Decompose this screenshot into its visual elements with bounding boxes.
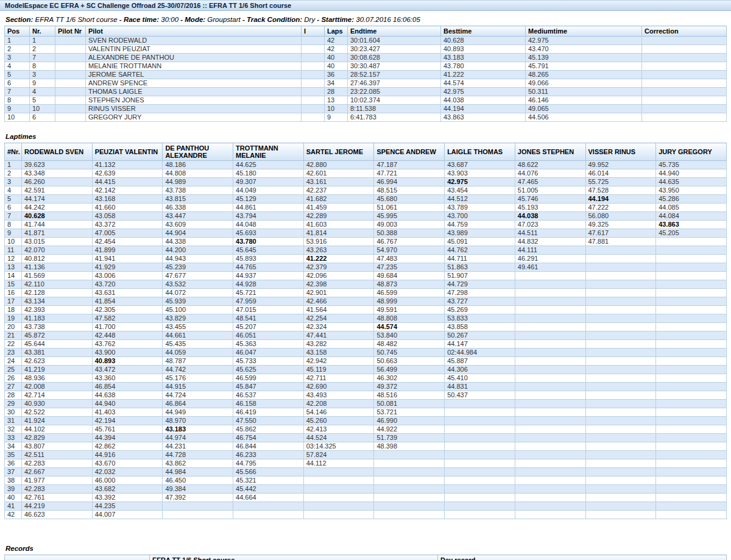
cell: 42.305: [92, 306, 163, 314]
cell: 43.670: [92, 459, 163, 468]
cell: [515, 340, 585, 349]
cell: 30:01.604: [348, 37, 441, 45]
cell: 41.132: [92, 161, 163, 169]
cell: 44.943: [163, 255, 233, 263]
cell: [585, 306, 656, 314]
laptimes-row: 2145.87242.44844.66146.05147.44153.84050…: [5, 331, 727, 340]
cell: 42.942: [303, 357, 374, 366]
cell: 42.601: [303, 169, 374, 178]
cell: [656, 391, 727, 400]
cell: 47.528: [585, 186, 656, 195]
laptimes-row: 644.24241.66046.33844.86141.45951.06143.…: [5, 204, 727, 212]
cell: 48.873: [374, 280, 445, 289]
cell: 44.861: [233, 204, 304, 212]
results-row: 37ALEXANDRE DE PANTHOU4030:08.62843.1834…: [5, 54, 727, 62]
cell: 51.005: [515, 186, 585, 195]
records-header-row: EFRA TT 1/6 Short courseDay record: [5, 555, 727, 560]
cell: [656, 280, 727, 289]
cell: 48.186: [163, 161, 233, 169]
cell: 57.824: [303, 451, 374, 459]
cell: GREGORY JURY: [86, 113, 302, 122]
cell: 45.100: [163, 306, 233, 314]
laptimes-row: 1142.07041.89944.20045.64543.26354.97044…: [5, 246, 727, 255]
cell: 51.863: [445, 263, 515, 272]
cell: 47.187: [374, 161, 445, 169]
cell: 24: [5, 357, 22, 366]
cell: 48.936: [22, 374, 93, 383]
cell: 47.721: [374, 169, 445, 178]
cell: 44.795: [233, 459, 304, 468]
cell: [642, 96, 727, 105]
cell: 2: [5, 45, 30, 54]
records-table: EFRA TT 1/6 Short courseDay record Bestt…: [4, 555, 727, 560]
laptimes-row: 1743.13441.85445.93947.95942.46648.99943…: [5, 297, 727, 306]
cell: 46.047: [233, 349, 304, 357]
cell: [515, 383, 585, 391]
cell: 44.231: [163, 442, 233, 451]
cell: 50.663: [374, 357, 445, 366]
cell: [233, 511, 304, 519]
cell: 12: [5, 255, 22, 263]
cell: 43.727: [445, 297, 515, 306]
cell: 45.193: [515, 204, 585, 212]
cell: 42.110: [22, 280, 93, 289]
cell: 42: [5, 511, 22, 519]
cell: [303, 494, 374, 502]
column-header: Besttime: [441, 26, 526, 37]
cell: 10:02.374: [348, 96, 441, 105]
cell: 41.459: [303, 204, 374, 212]
cell: 48.265: [526, 71, 642, 79]
cell: 42.714: [22, 391, 93, 400]
cell: 49.384: [163, 485, 233, 494]
cell: [445, 459, 515, 468]
cell: 45.693: [233, 229, 304, 238]
cell: 44.940: [656, 169, 727, 178]
cell: 44.219: [22, 502, 93, 511]
cell: 45.239: [163, 263, 233, 272]
cell: 45.176: [163, 374, 233, 383]
cell: 21: [5, 331, 22, 340]
cell: [515, 331, 585, 340]
cell: [302, 45, 325, 54]
laptimes-row: 3642.28343.67043.86244.79544.112: [5, 459, 727, 468]
cell: 44.200: [163, 246, 233, 255]
cell: 50.081: [374, 400, 445, 408]
laptimes-row: 2343.38143.90044.05946.04743.15850.74502…: [5, 349, 727, 357]
cell: [55, 113, 86, 122]
cell: 31: [5, 417, 22, 425]
cell: [656, 366, 727, 374]
cell: 14: [5, 272, 22, 280]
cell: VALENTIN PEUZIAT: [86, 45, 302, 54]
column-header: JONES STEPHEN: [515, 143, 585, 161]
cell: [585, 366, 656, 374]
cell: 44.415: [92, 178, 163, 186]
cell: 54.970: [374, 246, 445, 255]
cell: 44.112: [303, 459, 374, 468]
cell: [656, 349, 727, 357]
cell: 45.129: [233, 195, 304, 204]
cell: [515, 511, 585, 519]
cell: 42.880: [303, 161, 374, 169]
cell: 45.205: [656, 229, 727, 238]
cell: JEROME SARTEL: [86, 71, 302, 79]
cell: 48.622: [515, 161, 585, 169]
laptimes-label: Laptimes: [5, 133, 726, 140]
laptimes-row: 740.62843.05843.44743.79442.28945.99543.…: [5, 212, 727, 221]
cell: 8: [5, 221, 22, 229]
cell: 45.442: [233, 485, 304, 494]
cell: 42.975: [526, 37, 642, 45]
cell: [585, 357, 656, 366]
cell: 44.048: [233, 221, 304, 229]
cell: 42.237: [303, 186, 374, 195]
cell: [642, 105, 727, 113]
cell: 44.724: [163, 391, 233, 400]
cell: 44.076: [515, 169, 585, 178]
cell: 43.455: [163, 323, 233, 331]
cell: 50.437: [445, 391, 515, 400]
cell: [55, 54, 86, 62]
results-row: 910RINUS VISSER108:11.53844.19449.065: [5, 105, 727, 113]
cell: 42.829: [22, 434, 93, 442]
cell: [585, 477, 656, 485]
cell: 45.872: [22, 331, 93, 340]
column-header: I: [302, 26, 325, 37]
